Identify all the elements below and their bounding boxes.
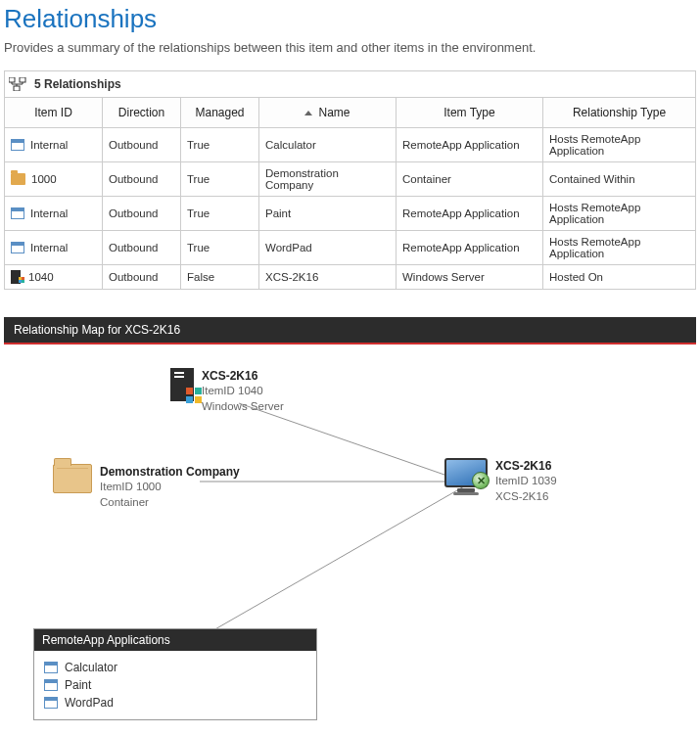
- remoteapp-box[interactable]: RemoteApp Applications CalculatorPaintWo…: [33, 628, 317, 720]
- cell-relationship-type: Hosts RemoteApp Application: [543, 128, 696, 162]
- col-item-id[interactable]: Item ID: [5, 98, 103, 128]
- cell-managed: True: [181, 231, 259, 265]
- map-node-server[interactable]: XCS-2K16 ItemID 1040 Windows Server: [170, 368, 284, 414]
- table-row[interactable]: 1000OutboundTrueDemonstration CompanyCon…: [5, 162, 696, 197]
- app-icon: [11, 139, 24, 151]
- server-icon: [170, 368, 194, 401]
- col-item-type[interactable]: Item Type: [397, 98, 543, 128]
- relationship-icon: [9, 77, 26, 91]
- cell-item-type: RemoteApp Application: [397, 197, 543, 231]
- cell-managed: True: [181, 128, 259, 162]
- relationships-table: Item ID Direction Managed Name Item Type…: [4, 97, 696, 290]
- cell-relationship-type: Hosts RemoteApp Application: [543, 231, 696, 265]
- map-node-name: XCS-2K16: [495, 458, 557, 474]
- map-header: Relationship Map for XCS-2K16: [4, 317, 696, 345]
- cell-relationship-type: Contained Within: [543, 162, 696, 197]
- remoteapp-item-label: WordPad: [65, 696, 114, 710]
- map-canvas[interactable]: XCS-2K16 ItemID 1040 Windows Server Demo…: [4, 345, 696, 735]
- folder-icon: [53, 464, 92, 493]
- table-row[interactable]: InternalOutboundTrueCalculatorRemoteApp …: [5, 128, 696, 162]
- cell-direction: Outbound: [103, 197, 181, 231]
- map-node-center[interactable]: ✕ XCS-2K16 ItemID 1039 XCS-2K16: [444, 458, 557, 504]
- page-title: Relationships: [4, 4, 696, 34]
- remoteapp-box-header: RemoteApp Applications: [34, 629, 316, 651]
- cell-item-type: RemoteApp Application: [397, 231, 543, 265]
- sort-asc-icon: [304, 111, 312, 115]
- cell-item-id: Internal: [30, 207, 68, 219]
- remoteapp-item[interactable]: WordPad: [44, 694, 306, 712]
- table-row[interactable]: 1040OutboundFalseXCS-2K16Windows ServerH…: [5, 265, 696, 290]
- cell-managed: True: [181, 162, 259, 197]
- svg-rect-1: [20, 77, 25, 82]
- map-node-id: ItemID 1000: [100, 480, 240, 495]
- cell-name: XCS-2K16: [259, 265, 397, 290]
- remoteapp-item-label: Paint: [65, 678, 91, 692]
- relationship-count-label: 5 Relationships: [34, 77, 121, 91]
- cell-item-id: Internal: [30, 139, 68, 151]
- relationship-count-bar: 5 Relationships: [4, 70, 696, 97]
- svg-rect-0: [9, 77, 15, 82]
- cell-item-id: 1000: [31, 173, 57, 185]
- cell-name: Calculator: [259, 128, 397, 162]
- folder-icon: [11, 173, 25, 185]
- cell-item-id: 1040: [28, 271, 54, 283]
- map-node-name: Demonstration Company: [100, 464, 240, 480]
- remoteapp-item[interactable]: Paint: [44, 676, 306, 694]
- cell-item-id: Internal: [30, 242, 68, 253]
- remoteapp-item[interactable]: Calculator: [44, 659, 306, 676]
- cell-name: WordPad: [259, 231, 397, 265]
- map-node-type: XCS-2K16: [495, 489, 557, 505]
- cell-managed: False: [181, 265, 259, 290]
- map-node-id: ItemID 1040: [202, 384, 284, 399]
- map-node-id: ItemID 1039: [495, 474, 557, 489]
- col-relationship-type[interactable]: Relationship Type: [543, 98, 696, 128]
- page-subtitle: Provides a summary of the relationships …: [4, 40, 696, 55]
- cell-name: Paint: [259, 197, 397, 231]
- app-icon: [44, 679, 58, 691]
- table-row[interactable]: InternalOutboundTrueWordPadRemoteApp App…: [5, 231, 696, 265]
- server-icon: [11, 270, 21, 284]
- cell-direction: Outbound: [103, 128, 181, 162]
- cell-item-type: Container: [397, 162, 543, 197]
- cell-direction: Outbound: [103, 162, 181, 197]
- cell-relationship-type: Hosted On: [543, 265, 696, 290]
- remote-desktop-icon: ✕: [444, 458, 488, 493]
- svg-rect-2: [14, 86, 20, 91]
- cell-direction: Outbound: [103, 265, 181, 290]
- table-header-row: Item ID Direction Managed Name Item Type…: [5, 98, 696, 128]
- relationship-map: Relationship Map for XCS-2K16 XCS-2K16 I…: [4, 317, 696, 735]
- app-icon: [11, 207, 24, 219]
- svg-line-3: [239, 403, 464, 482]
- app-icon: [11, 242, 24, 253]
- map-node-type: Container: [100, 495, 240, 511]
- cell-name: Demonstration Company: [259, 162, 397, 197]
- map-node-folder[interactable]: Demonstration Company ItemID 1000 Contai…: [53, 464, 240, 510]
- col-name[interactable]: Name: [259, 98, 397, 128]
- map-node-name: XCS-2K16: [202, 368, 284, 384]
- table-row[interactable]: InternalOutboundTruePaintRemoteApp Appli…: [5, 197, 696, 231]
- cell-item-type: RemoteApp Application: [397, 128, 543, 162]
- map-node-type: Windows Server: [202, 399, 284, 415]
- cell-direction: Outbound: [103, 231, 181, 265]
- app-icon: [44, 697, 58, 709]
- cell-relationship-type: Hosts RemoteApp Application: [543, 197, 696, 231]
- col-managed[interactable]: Managed: [181, 98, 259, 128]
- app-icon: [44, 662, 58, 673]
- col-direction[interactable]: Direction: [103, 98, 181, 128]
- cell-managed: True: [181, 197, 259, 231]
- remoteapp-item-label: Calculator: [65, 661, 117, 674]
- cell-item-type: Windows Server: [397, 265, 543, 290]
